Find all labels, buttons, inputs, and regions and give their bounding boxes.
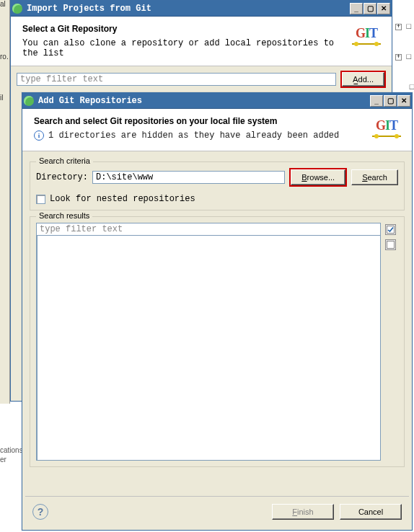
- git-logo-icon: GIT: [370, 116, 403, 143]
- legend-criteria: Search criteria: [36, 156, 93, 165]
- titlebar-import[interactable]: Import Projects from Git _ ▢ ✕: [11, 1, 392, 17]
- help-icon[interactable]: ?: [32, 504, 48, 520]
- fieldset-search-criteria: Search criteria Directory: Browse... Sea…: [30, 161, 405, 210]
- app-icon: [12, 4, 22, 14]
- directory-input[interactable]: [92, 171, 285, 184]
- header-title-addrepos: Search and select Git repositories on yo…: [34, 116, 370, 126]
- header-band-import: Select a Git Repository You can also clo…: [11, 17, 392, 66]
- close-button[interactable]: ✕: [377, 3, 390, 14]
- titlebar-addrepos[interactable]: Add Git Repositories _ ▢ ✕: [22, 93, 412, 109]
- deselect-all-button[interactable]: [385, 239, 396, 250]
- search-button[interactable]: Search: [351, 169, 398, 185]
- cancel-button[interactable]: Cancel: [340, 504, 402, 520]
- svg-point-2: [374, 42, 379, 46]
- bg-bottom-labels: cations er: [0, 445, 23, 464]
- browse-button[interactable]: Browse...: [291, 169, 345, 185]
- nested-checkbox[interactable]: [36, 195, 45, 204]
- bg-tree-right: + □ + □ □: [395, 0, 414, 33]
- app-icon: [24, 96, 34, 106]
- select-all-button[interactable]: [385, 224, 396, 235]
- header-band-addrepos: Search and select Git repositories on yo…: [22, 109, 412, 151]
- svg-point-4: [374, 134, 379, 138]
- nested-label: Look for nested repositories: [50, 194, 195, 204]
- filter-input-import[interactable]: [17, 73, 336, 86]
- results-list[interactable]: [36, 236, 381, 461]
- results-filter-input[interactable]: [36, 223, 381, 236]
- fieldset-search-results: Search results: [30, 216, 405, 467]
- window-add-repos: Add Git Repositories _ ▢ ✕ Search and se…: [22, 92, 413, 531]
- svg-point-1: [354, 42, 358, 46]
- svg-rect-7: [387, 241, 395, 249]
- filter-row-import: A̲dd...: [11, 66, 392, 92]
- minimize-button[interactable]: _: [370, 95, 383, 107]
- git-logo-icon: GIT: [350, 24, 383, 51]
- finish-button[interactable]: Finish: [272, 504, 334, 520]
- maximize-button[interactable]: ▢: [384, 95, 397, 107]
- minimize-button[interactable]: _: [350, 3, 363, 14]
- maximize-button[interactable]: ▢: [364, 3, 376, 14]
- legend-results: Search results: [36, 211, 92, 220]
- info-icon: i: [34, 130, 44, 141]
- separator: [25, 496, 409, 497]
- header-title-import: Select a Git Repository: [22, 24, 350, 34]
- add-button[interactable]: A̲dd...: [342, 72, 384, 87]
- close-button[interactable]: ✕: [397, 95, 410, 107]
- title-import: Import Projects from Git: [27, 4, 349, 14]
- directory-label: Directory:: [36, 172, 88, 182]
- header-sub-import: You can also clone a repository or add l…: [22, 38, 350, 58]
- svg-rect-6: [387, 226, 395, 234]
- header-sub-addrepos: 1 directories are hidden as they have al…: [48, 130, 339, 141]
- svg-point-5: [395, 134, 399, 138]
- bg-panel-left: [0, 0, 10, 404]
- nested-row: Look for nested repositories: [36, 194, 398, 204]
- title-addrepos: Add Git Repositories: [38, 96, 369, 106]
